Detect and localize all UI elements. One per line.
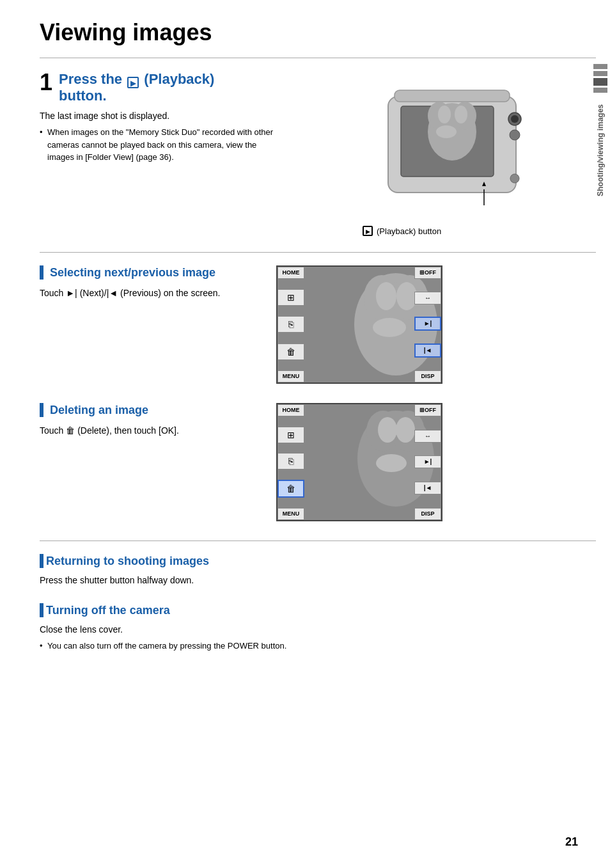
side-stripe-1 xyxy=(593,64,607,69)
copy-button[interactable]: ⎘ xyxy=(278,316,304,333)
returning-heading: Returning to shooting images xyxy=(40,554,596,568)
lr-button[interactable]: ↔ xyxy=(414,292,441,304)
camera-svg xyxy=(363,71,535,218)
svg-point-19 xyxy=(376,282,396,310)
prev-button[interactable]: |◄ xyxy=(414,343,441,358)
selecting-description: Touch ►| (Next)/|◄ (Previous) on the scr… xyxy=(40,286,257,300)
svg-point-6 xyxy=(438,106,451,123)
selecting-left-buttons: HOME ⊞ ⎘ 🗑 MENU xyxy=(278,267,304,383)
step1-text: 1 Press the ▶ (Playback) button. The las… xyxy=(40,71,283,239)
heading-bar xyxy=(40,265,43,280)
step1-description: The last image shot is displayed. xyxy=(40,111,283,121)
grid-button[interactable]: ⊞ xyxy=(278,289,304,306)
playback-icon-small: ▶ xyxy=(363,226,373,236)
deleting-right-buttons: ⊞OFF ↔ ►| |◄ DISP xyxy=(414,404,441,520)
lr-button-2[interactable]: ↔ xyxy=(414,430,441,443)
svg-rect-1 xyxy=(395,90,510,102)
copy-button-2[interactable]: ⎘ xyxy=(278,453,304,470)
home-button-2[interactable]: HOME xyxy=(278,404,304,416)
heading-bar-2 xyxy=(40,403,43,417)
off-button-2[interactable]: ⊞OFF xyxy=(414,404,441,416)
page-number: 21 xyxy=(565,835,578,849)
svg-point-11 xyxy=(510,130,520,140)
disp-button-2[interactable]: DISP xyxy=(414,508,441,520)
svg-point-10 xyxy=(511,115,519,123)
deleting-text: Deleting an image Touch 🗑 (Delete), then… xyxy=(40,403,257,521)
selecting-ui: HOME ⊞ ⎘ 🗑 MENU ⊞OFF ↔ ►| |◄ DISP xyxy=(276,265,442,384)
step1-heading-row: 1 Press the ▶ (Playback) button. xyxy=(40,71,283,104)
top-divider xyxy=(40,58,596,58)
turning-off-note: You can also turn off the camera by pres… xyxy=(40,640,596,652)
home-button[interactable]: HOME xyxy=(278,267,304,279)
returning-description: Press the shutter button halfway down. xyxy=(40,573,596,587)
returning-section: Returning to shooting images Press the s… xyxy=(40,554,596,587)
delete-button-2[interactable]: 🗑 xyxy=(278,480,304,498)
deleting-heading: Deleting an image xyxy=(40,403,257,417)
svg-point-28 xyxy=(376,454,407,472)
section-divider-2 xyxy=(40,541,596,541)
camera-illustration: ▶ (Playback) button xyxy=(363,71,535,236)
selecting-right-buttons: ⊞OFF ↔ ►| |◄ DISP xyxy=(414,267,441,383)
step1-section: 1 Press the ▶ (Playback) button. The las… xyxy=(40,71,596,239)
svg-point-26 xyxy=(378,417,397,443)
selecting-content: Selecting next/previous image Touch ►| (… xyxy=(40,265,596,384)
side-stripe-active xyxy=(593,78,607,86)
side-stripe-4 xyxy=(593,88,607,93)
selecting-heading: Selecting next/previous image xyxy=(40,265,257,280)
step1-heading-text: Press the ▶ (Playback) button. xyxy=(59,71,214,104)
svg-point-12 xyxy=(510,174,519,183)
menu-button[interactable]: MENU xyxy=(278,370,304,383)
next-button-2[interactable]: ►| xyxy=(414,455,441,468)
deleting-section: Deleting an image Touch 🗑 (Delete), then… xyxy=(40,403,596,521)
svg-point-21 xyxy=(373,318,406,337)
section-divider-1 xyxy=(40,252,596,253)
side-stripe-2 xyxy=(593,71,607,76)
side-tab-label: Shooting/viewing images xyxy=(596,104,605,196)
step-number: 1 xyxy=(40,71,52,94)
heading-bar-4 xyxy=(40,603,43,617)
selecting-text: Selecting next/previous image Touch ►| (… xyxy=(40,265,257,384)
heading-bar-3 xyxy=(40,554,43,568)
turning-off-heading: Turning off the camera xyxy=(40,603,596,617)
prev-button-2[interactable]: |◄ xyxy=(414,482,441,494)
deleting-description: Touch 🗑 (Delete), then touch [OK]. xyxy=(40,423,257,438)
svg-point-7 xyxy=(455,106,467,123)
side-tab: Shooting/viewing images xyxy=(591,64,610,196)
playback-icon: ▶ xyxy=(127,77,139,88)
turning-off-section: Turning off the camera Close the lens co… xyxy=(40,603,596,652)
deleting-left-buttons: HOME ⊞ ⎘ 🗑 MENU xyxy=(278,404,304,520)
next-button[interactable]: ►| xyxy=(414,317,441,331)
deleting-ui: HOME ⊞ ⎘ 🗑 MENU ⊞OFF ↔ ►| |◄ DISP xyxy=(276,403,442,521)
turning-off-description: Close the lens cover. xyxy=(40,622,596,636)
step1-image: ▶ (Playback) button xyxy=(302,71,596,239)
menu-button-2[interactable]: MENU xyxy=(278,508,304,520)
svg-point-8 xyxy=(436,125,457,138)
delete-button[interactable]: 🗑 xyxy=(278,343,304,360)
playback-button-label: ▶ (Playback) button xyxy=(363,226,535,236)
deleting-content: Deleting an image Touch 🗑 (Delete), then… xyxy=(40,403,596,521)
page-title: Viewing images xyxy=(40,19,596,46)
disp-button[interactable]: DISP xyxy=(414,370,441,383)
step1-heading: Press the ▶ (Playback) button. xyxy=(59,71,214,104)
selecting-section: Selecting next/previous image Touch ►| (… xyxy=(40,265,596,384)
off-button[interactable]: ⊞OFF xyxy=(414,267,441,279)
step1-note: When images on the "Memory Stick Duo" re… xyxy=(40,126,283,164)
grid-button-2[interactable]: ⊞ xyxy=(278,427,304,443)
svg-point-27 xyxy=(396,417,415,443)
